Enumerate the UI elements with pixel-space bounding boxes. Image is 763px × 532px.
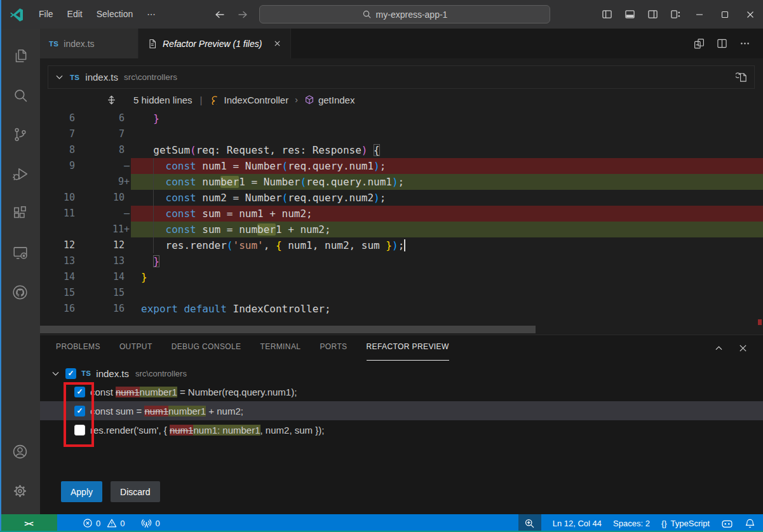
problems-status[interactable]: 0 0 <box>83 518 125 528</box>
code-line-13[interactable]: 1313 } <box>40 253 763 269</box>
accounts-icon[interactable] <box>0 432 40 471</box>
code-line-15[interactable]: 1515 <box>40 285 763 301</box>
search-view-icon[interactable] <box>0 76 40 115</box>
code-line-11+[interactable]: 11+ const sum = number1 + num2; <box>40 222 763 237</box>
code-token: const <box>166 208 196 220</box>
remote-indicator[interactable]: >< <box>0 514 57 532</box>
apply-button[interactable]: Apply <box>61 481 102 502</box>
refactor-change-row[interactable]: const sum = num1number1 + num2; <box>40 401 763 420</box>
change-checkbox[interactable] <box>74 425 85 436</box>
maximize-panel-icon[interactable] <box>711 340 726 356</box>
discard-button[interactable]: Discard <box>111 481 159 502</box>
separator: | <box>200 95 203 105</box>
code-line-8[interactable]: 88 getSum(req: Request, res: Response) { <box>40 142 763 158</box>
gutter-original-line-number: 13 <box>40 253 83 269</box>
github-icon[interactable] <box>0 272 40 312</box>
open-changes-icon[interactable] <box>691 36 707 52</box>
panel-tab-ports[interactable]: PORTS <box>320 335 347 361</box>
tab-index-ts[interactable]: TS index.ts <box>40 29 138 58</box>
code-line-14[interactable]: 1414} <box>40 269 763 285</box>
panel-tab-problems[interactable]: PROBLEMS <box>56 335 100 361</box>
error-icon <box>83 518 93 528</box>
menu-[interactable]: ⋯ <box>140 9 163 19</box>
minimize-icon[interactable] <box>687 0 712 29</box>
gutter-modified-line-number: 9+ <box>83 174 131 190</box>
remote-explorer-icon[interactable] <box>0 233 40 272</box>
tab-refactor-preview[interactable]: Refactor Preview (1 files) <box>138 29 291 58</box>
panel-tab-output[interactable]: OUTPUT <box>119 335 152 361</box>
close-panel-icon[interactable] <box>735 340 750 356</box>
change-checkbox[interactable] <box>74 406 85 416</box>
ports-status[interactable]: 0 <box>141 518 159 529</box>
open-file-icon[interactable] <box>736 71 748 83</box>
code-line-9[interactable]: 9— const num1 = Number(req.query.num1); <box>40 158 763 174</box>
gutter-modified-line-number: — <box>83 158 131 174</box>
split-editor-icon[interactable] <box>713 36 730 52</box>
panel-tab-debug-console[interactable]: DEBUG CONSOLE <box>172 335 241 361</box>
back-icon[interactable] <box>211 6 229 23</box>
code-line-12[interactable]: 1212 res.render('sum', { num1, num2, sum… <box>40 237 763 253</box>
more-actions-icon[interactable] <box>736 36 753 52</box>
gutter-modified-line-number: 11+ <box>83 222 131 237</box>
chevron-down-icon[interactable] <box>51 369 60 378</box>
panel-tab-refactor-preview[interactable]: REFACTOR PREVIEW <box>367 335 449 361</box>
panel-tabbar: PROBLEMSOUTPUTDEBUG CONSOLETERMINALPORTS… <box>40 335 763 361</box>
diff-add-segment: number1 <box>140 387 177 397</box>
typescript-file-icon: TS <box>70 74 79 81</box>
code-line-11[interactable]: 11— const sum = num1 + num2; <box>40 206 763 222</box>
code-line-10[interactable]: 1010 const num2 = Number(req.query.num2)… <box>40 190 763 206</box>
breadcrumb-class[interactable]: IndexController <box>224 95 288 105</box>
code-line-7[interactable]: 77 <box>40 126 763 142</box>
settings-gear-icon[interactable] <box>0 471 40 510</box>
panel-tab-terminal[interactable]: TERMINAL <box>260 335 301 361</box>
close-tab-icon[interactable] <box>273 39 281 48</box>
toggle-panel-icon[interactable] <box>618 0 641 29</box>
code-line-16[interactable]: 1616export default IndexController; <box>40 301 763 317</box>
close-window-icon[interactable] <box>738 0 763 29</box>
menu-selection[interactable]: Selection <box>90 9 140 19</box>
gutter-modified-line-number: 6 <box>83 110 131 126</box>
indentation[interactable]: Spaces: 2 <box>613 519 650 528</box>
command-center-search[interactable]: my-express-app-1 <box>259 5 550 23</box>
zoom-indicator[interactable] <box>518 514 541 532</box>
chevron-down-icon[interactable] <box>55 72 64 82</box>
refactor-file-node[interactable]: TS index.ts src\controllers <box>40 364 763 382</box>
gutter-modified-line-number: 8 <box>83 142 131 158</box>
diff-file-header[interactable]: TS index.ts src\controllers <box>48 65 755 89</box>
language-mode[interactable]: {} TypeScript <box>661 519 710 528</box>
toggle-secondary-sidebar-icon[interactable] <box>641 0 664 29</box>
breadcrumb-method[interactable]: getIndex <box>318 95 355 105</box>
source-control-icon[interactable] <box>0 115 40 154</box>
unfold-icon[interactable] <box>106 95 117 105</box>
toggle-primary-sidebar-icon[interactable] <box>595 0 618 29</box>
extensions-icon[interactable] <box>0 194 40 233</box>
refactor-change-row[interactable]: res.render('sum', { num1num1: number1, n… <box>40 420 763 439</box>
cursor-position[interactable]: Ln 12, Col 44 <box>553 519 602 528</box>
copilot-icon[interactable] <box>721 517 733 529</box>
search-value: my-express-app-1 <box>376 10 448 20</box>
code-line-6[interactable]: 66 } <box>40 110 763 126</box>
menu-file[interactable]: File <box>32 9 60 19</box>
warning-count: 0 <box>120 519 125 528</box>
file-checkbox[interactable] <box>65 368 76 379</box>
horizontal-scrollbar[interactable] <box>40 325 763 334</box>
run-debug-icon[interactable] <box>0 154 40 194</box>
search-icon <box>362 10 372 19</box>
forward-icon[interactable] <box>234 6 252 23</box>
notifications-bell-icon[interactable] <box>745 518 755 529</box>
hidden-lines-label[interactable]: 5 hidden lines <box>133 95 192 105</box>
code-token: ; <box>398 239 405 251</box>
code-line-9+[interactable]: 9+ const number1 = Number(req.query.num1… <box>40 174 763 190</box>
editor-tabs: TS index.ts Refactor Preview (1 files) <box>40 29 763 58</box>
diff-add-segment: num1: number1 <box>193 425 260 436</box>
change-checkbox[interactable] <box>74 387 85 397</box>
refactor-change-row[interactable]: const num1number1 = Number(req.query.num… <box>40 382 763 401</box>
code-token: req: Request, res: Response <box>196 144 361 156</box>
code-area[interactable]: 66 }7788 getSum(req: Request, res: Respo… <box>40 110 763 317</box>
maximize-icon[interactable] <box>712 0 738 29</box>
menu-edit[interactable]: Edit <box>60 9 90 19</box>
code-token: , <box>264 239 276 251</box>
scrollbar-thumb[interactable] <box>40 326 536 333</box>
explorer-icon[interactable] <box>0 36 40 76</box>
customize-layout-icon[interactable] <box>664 0 687 29</box>
